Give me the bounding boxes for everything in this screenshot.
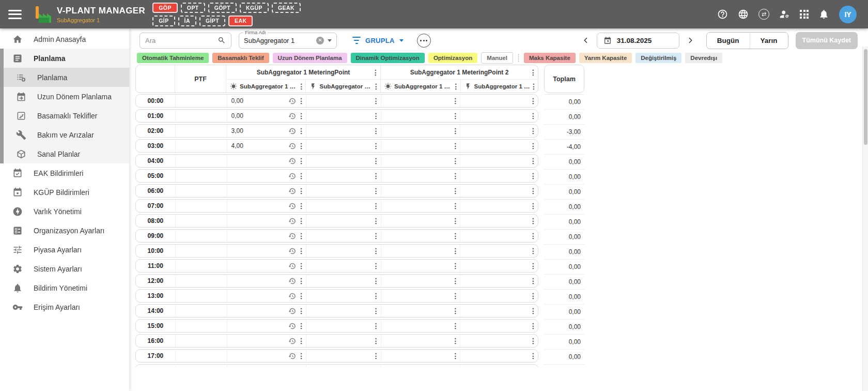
cell-menu-icon[interactable]: ⋮: [530, 277, 536, 284]
plan-value-cell[interactable]: ⋮: [306, 200, 381, 212]
plan-value-cell[interactable]: ⋮: [306, 110, 381, 122]
cell-menu-icon[interactable]: ⋮: [373, 232, 379, 239]
cell-menu-icon[interactable]: ⋮: [530, 157, 536, 164]
save-all-button[interactable]: Tümünü Kaydet: [796, 32, 858, 49]
cell-menu-icon[interactable]: ⋮: [530, 337, 536, 344]
history-icon[interactable]: [288, 277, 296, 285]
plan-value-cell[interactable]: ⋮: [460, 185, 538, 197]
plan-value-cell[interactable]: ⋮: [460, 230, 538, 242]
sidebar-item-eak-bildirimleri[interactable]: EAK Bildirimleri: [0, 163, 129, 183]
plan-value-cell[interactable]: ⋮: [460, 245, 538, 257]
chevron-down-icon[interactable]: [328, 39, 332, 42]
cell-menu-icon[interactable]: ⋮: [530, 247, 536, 254]
cell-menu-icon[interactable]: ⋮: [530, 262, 536, 269]
column-menu-icon[interactable]: ⋮: [530, 83, 537, 90]
cell-menu-icon[interactable]: ⋮: [298, 97, 304, 104]
plan-value-cell[interactable]: ⋮: [381, 125, 460, 137]
plan-value-cell[interactable]: ⋮: [460, 200, 538, 212]
plan-value-cell[interactable]: ⋮: [227, 275, 306, 287]
previous-day-button[interactable]: [579, 34, 593, 47]
sidebar-item-organizasyon-ayarlar[interactable]: Organizasyon Ayarları: [0, 221, 129, 240]
cell-menu-icon[interactable]: ⋮: [373, 262, 379, 269]
sidebar-item-planlama[interactable]: Planlama: [0, 49, 129, 68]
apps-grid-icon[interactable]: [800, 10, 809, 19]
company-select[interactable]: Firma Adı SubAggregator 1 ✕: [239, 33, 337, 49]
cell-menu-icon[interactable]: ⋮: [373, 112, 379, 119]
filter-chip-maks-kapasite[interactable]: Maks Kapasite: [524, 53, 576, 63]
plan-value-cell[interactable]: ⋮: [381, 335, 460, 347]
plan-value-cell[interactable]: ⋮: [306, 230, 381, 242]
history-icon[interactable]: [288, 112, 296, 120]
cell-menu-icon[interactable]: ⋮: [452, 127, 458, 134]
filter-chip-yar-m-kapasite[interactable]: Yarım Kapasite: [579, 53, 632, 63]
cell-menu-icon[interactable]: ⋮: [452, 352, 458, 359]
plan-value-cell[interactable]: ⋮: [306, 365, 381, 367]
cell-menu-icon[interactable]: ⋮: [373, 142, 379, 149]
market-chip-g-pt[interactable]: GÖPT: [208, 3, 237, 13]
filter-chip-uzun-d-nem-planlama[interactable]: Uzun Dönem Planlama: [273, 53, 347, 63]
cell-menu-icon[interactable]: ⋮: [298, 322, 304, 329]
plan-value-cell[interactable]: ⋮: [460, 260, 538, 272]
sidebar-item-sistem-ayarlar[interactable]: Sistem Ayarları: [0, 259, 129, 278]
cell-menu-icon[interactable]: ⋮: [298, 232, 304, 239]
cell-menu-icon[interactable]: ⋮: [373, 127, 379, 134]
plan-value-cell[interactable]: ⋮: [227, 260, 306, 272]
sidebar-item-sanal-planlar[interactable]: Sanal Planlar: [0, 144, 129, 163]
cell-menu-icon[interactable]: ⋮: [298, 112, 304, 119]
plan-value-cell[interactable]: ⋮: [460, 170, 538, 182]
plan-value-cell[interactable]: ⋮: [381, 155, 460, 167]
plan-value-cell[interactable]: ⋮: [227, 200, 306, 212]
plan-value-cell[interactable]: ⋮: [227, 170, 306, 182]
cell-menu-icon[interactable]: ⋮: [530, 352, 536, 359]
plan-value-cell[interactable]: ⋮: [306, 290, 381, 302]
column-menu-icon[interactable]: ⋮: [372, 69, 379, 76]
plan-value-cell[interactable]: ⋮: [460, 125, 538, 137]
plan-value-cell[interactable]: ⋮: [381, 215, 460, 227]
plan-value-cell[interactable]: ⋮: [306, 260, 381, 272]
cell-menu-icon[interactable]: ⋮: [530, 172, 536, 179]
plan-value-cell[interactable]: ⋮: [381, 245, 460, 257]
cell-menu-icon[interactable]: ⋮: [298, 157, 304, 164]
cell-menu-icon[interactable]: ⋮: [373, 292, 379, 299]
plan-value-cell[interactable]: ⋮: [381, 320, 460, 332]
cell-menu-icon[interactable]: ⋮: [373, 202, 379, 209]
market-chip-g-p[interactable]: GÖP: [152, 3, 178, 13]
sidebar-item-bak-m-ve-ar-zalar[interactable]: Bakım ve Arızalar: [0, 125, 129, 144]
filter-chip-de-i-tirilmi[interactable]: Değiştirilmiş: [636, 53, 681, 63]
sidebar-item-piyasa-ayarlar[interactable]: Piyasa Ayarları: [0, 240, 129, 259]
menu-icon[interactable]: [8, 10, 22, 19]
plan-value-cell[interactable]: ⋮: [460, 335, 538, 347]
plan-value-cell[interactable]: 0,00⋮: [227, 95, 306, 107]
plan-value-cell[interactable]: ⋮: [227, 350, 306, 362]
cell-menu-icon[interactable]: ⋮: [452, 157, 458, 164]
cell-menu-icon[interactable]: ⋮: [452, 217, 458, 224]
cell-menu-icon[interactable]: ⋮: [298, 217, 304, 224]
plan-value-cell[interactable]: ⋮: [460, 305, 538, 317]
history-icon[interactable]: [288, 307, 296, 315]
cell-menu-icon[interactable]: ⋮: [530, 142, 536, 149]
cell-menu-icon[interactable]: ⋮: [452, 292, 458, 299]
cell-menu-icon[interactable]: ⋮: [298, 127, 304, 134]
cell-menu-icon[interactable]: ⋮: [298, 277, 304, 284]
tomorrow-button[interactable]: Yarın: [750, 33, 788, 49]
plan-value-cell[interactable]: ⋮: [306, 320, 381, 332]
cell-menu-icon[interactable]: ⋮: [452, 97, 458, 104]
scrollbar-thumb[interactable]: [864, 49, 867, 145]
plan-value-cell[interactable]: ⋮: [460, 215, 538, 227]
history-icon[interactable]: [288, 202, 296, 210]
history-icon[interactable]: [288, 247, 296, 255]
history-icon[interactable]: [288, 322, 296, 330]
plan-value-cell[interactable]: ⋮: [227, 335, 306, 347]
cell-menu-icon[interactable]: ⋮: [298, 172, 304, 179]
plan-value-cell[interactable]: ⋮: [306, 215, 381, 227]
plan-value-cell[interactable]: ⋮: [227, 155, 306, 167]
plan-value-cell[interactable]: ⋮: [460, 365, 538, 367]
plan-value-cell[interactable]: ⋮: [460, 290, 538, 302]
today-button[interactable]: Bugün: [707, 33, 750, 49]
plan-value-cell[interactable]: ⋮: [227, 305, 306, 317]
market-chip-eak[interactable]: EAK: [228, 16, 253, 26]
plan-value-cell[interactable]: ⋮: [460, 95, 538, 107]
cell-menu-icon[interactable]: ⋮: [373, 307, 379, 314]
cell-menu-icon[interactable]: ⋮: [452, 322, 458, 329]
plan-value-cell[interactable]: ⋮: [381, 230, 460, 242]
